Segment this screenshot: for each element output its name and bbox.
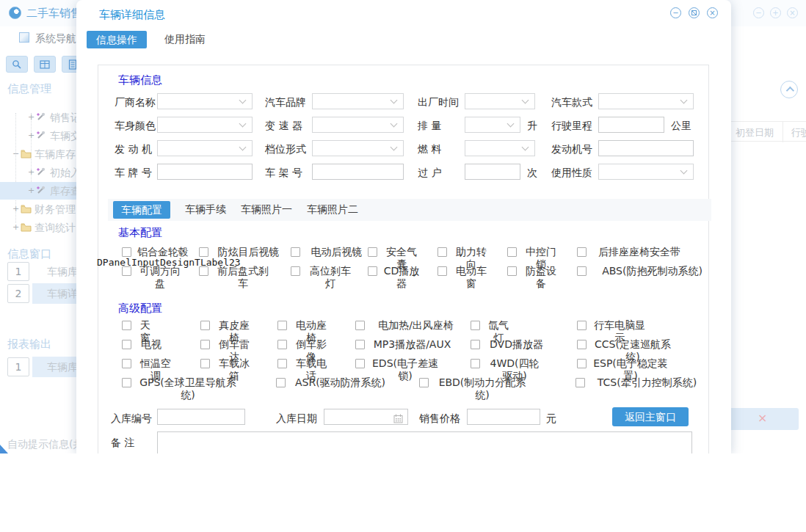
field-suffix: 公里 [671, 120, 691, 133]
list-item[interactable]: 2车辆详细 [0, 283, 76, 304]
field-dropdown[interactable] [312, 117, 404, 133]
field-dropdown[interactable] [598, 164, 694, 180]
field-dropdown[interactable] [157, 117, 253, 133]
tree-expander[interactable]: − [12, 145, 19, 163]
field-dropdown[interactable] [465, 140, 535, 156]
checkbox[interactable] [277, 321, 287, 330]
checkbox[interactable] [419, 378, 429, 387]
vehicle-detail-dialog: 车辆详细信息 − × 信息操作 使用指南 车辆信息 厂商名称汽车品牌出厂时间汽车… [76, 0, 731, 453]
field-input[interactable] [312, 164, 404, 180]
return-main-window-button[interactable]: 返回主窗口 [612, 407, 689, 426]
config-checkbox-item: CD播放器 [368, 265, 421, 290]
toolbar-document-button[interactable] [62, 56, 76, 73]
tree-expander[interactable]: + [28, 109, 35, 126]
checkbox[interactable] [277, 359, 287, 368]
checkbox[interactable] [577, 321, 587, 330]
field-input[interactable] [465, 164, 520, 180]
checkbox[interactable] [122, 340, 131, 349]
checkbox[interactable] [355, 321, 365, 330]
checkbox[interactable] [200, 321, 210, 330]
checkbox[interactable] [200, 340, 210, 349]
field-dropdown[interactable] [465, 93, 535, 109]
field-dropdown[interactable] [465, 117, 520, 133]
subtab-item[interactable]: 车辆照片一 [241, 203, 292, 216]
field-dropdown[interactable] [157, 140, 253, 156]
list-item[interactable]: 1车辆库存 [0, 261, 76, 282]
calendar-icon[interactable] [393, 412, 403, 426]
field-input[interactable] [598, 140, 694, 156]
field-label: 车身颜色 [115, 120, 156, 133]
tab-info-operation[interactable]: 信息操作 [87, 31, 147, 48]
checkbox[interactable] [122, 321, 131, 330]
checkbox[interactable] [577, 266, 587, 276]
checkbox[interactable] [355, 340, 365, 349]
list-item-number: 1 [7, 357, 29, 376]
checkbox[interactable] [471, 321, 480, 330]
checkbox[interactable] [277, 340, 287, 349]
checkbox[interactable] [199, 247, 208, 257]
tree-item[interactable]: +查询统计 [0, 219, 76, 236]
checkbox[interactable] [438, 247, 447, 257]
tree-expander[interactable]: + [28, 182, 35, 200]
checkbox[interactable] [507, 247, 517, 257]
tree-item[interactable]: +财务管理 [0, 200, 76, 218]
checkbox[interactable] [122, 247, 131, 257]
tab-user-guide[interactable]: 使用指南 [164, 33, 206, 46]
field-dropdown[interactable] [312, 93, 404, 109]
field-dropdown[interactable] [598, 93, 694, 109]
subtab-item[interactable]: 车辆照片二 [307, 203, 358, 216]
tree-item[interactable]: +车辆交 [0, 127, 76, 145]
checkbox[interactable] [200, 359, 210, 368]
dialog-close-icon[interactable]: × [707, 7, 718, 18]
checkbox[interactable] [577, 340, 587, 349]
checkbox[interactable] [471, 359, 480, 368]
toast-close-icon[interactable]: × [758, 411, 767, 425]
checkbox-label: EBD(制动力分配系统) [434, 376, 531, 401]
toolbar-search-button[interactable] [6, 56, 28, 73]
tree-expander[interactable]: + [28, 164, 35, 181]
vehicle-info-groupbox: 车辆信息 厂商名称汽车品牌出厂时间汽车款式车身颜色变 速 器排 量升行驶里程公里… [98, 65, 709, 453]
field-dropdown[interactable] [312, 140, 404, 156]
stock-no-input[interactable] [157, 409, 245, 425]
collapse-panel-button[interactable] [780, 81, 798, 98]
checkbox[interactable] [471, 340, 480, 349]
field-input[interactable] [157, 164, 253, 180]
checkbox[interactable] [577, 247, 587, 257]
dialog-title: 车辆详细信息 [99, 8, 165, 22]
checkbox[interactable] [291, 266, 300, 276]
config-checkbox-item: 可调方向盘 [122, 265, 184, 290]
minimize-icon[interactable]: − [753, 7, 764, 18]
dialog-minimize-icon[interactable]: − [670, 7, 681, 18]
checkbox[interactable] [122, 378, 131, 387]
tree-expander[interactable]: + [12, 200, 19, 218]
field-dropdown[interactable] [157, 93, 253, 109]
field-input[interactable] [598, 117, 664, 133]
tree-expander[interactable]: + [28, 127, 35, 145]
checkbox[interactable] [576, 378, 585, 387]
sale-price-input[interactable] [467, 409, 540, 425]
toolbar-table-button[interactable] [34, 56, 56, 73]
checkbox[interactable] [507, 266, 517, 276]
checkbox[interactable] [276, 378, 286, 387]
stock-date-input[interactable] [324, 409, 408, 425]
tree-item[interactable]: −车辆库存 [0, 145, 76, 163]
checkbox[interactable] [438, 266, 447, 276]
tree-item[interactable]: +销售记 [0, 109, 76, 126]
checkbox[interactable] [368, 247, 377, 257]
maximize-icon[interactable]: + [770, 7, 781, 18]
checkbox[interactable] [355, 359, 365, 368]
tree-item[interactable]: +库存查 [0, 182, 76, 200]
subtab-item[interactable]: 车辆手续 [185, 203, 226, 216]
subtab-active[interactable]: 车辆配置 [113, 201, 170, 219]
tree-expander[interactable]: + [12, 219, 19, 236]
remark-textarea[interactable] [157, 431, 692, 453]
dialog-restore-icon[interactable] [689, 7, 700, 18]
checkbox[interactable] [577, 359, 587, 368]
price-unit-label: 元 [546, 412, 556, 426]
checkbox[interactable] [122, 359, 131, 368]
close-icon[interactable]: × [787, 7, 798, 18]
list-item[interactable]: 1车辆库存 [0, 357, 76, 377]
checkbox[interactable] [368, 266, 377, 276]
checkbox[interactable] [291, 247, 300, 257]
tree-item[interactable]: +初始入 [0, 164, 76, 181]
